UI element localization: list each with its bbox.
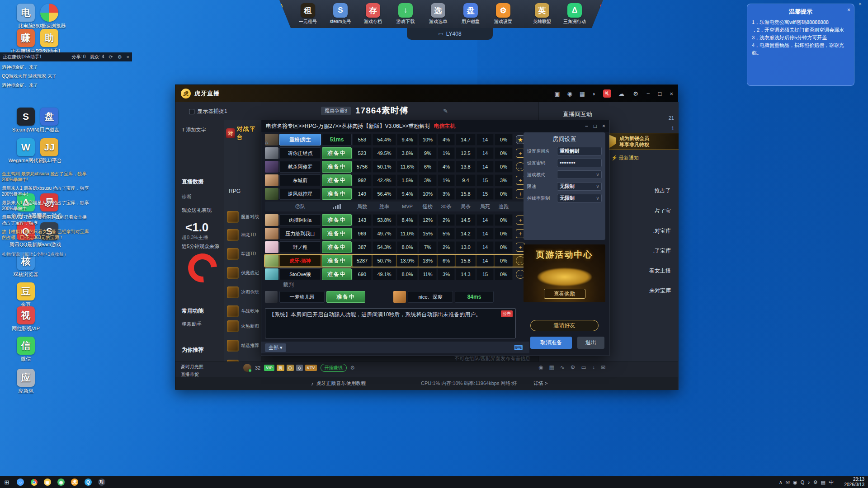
field-input[interactable]: 无限制∨ [557, 182, 602, 191]
system-message-box[interactable]: 【系统】本房间已开启自动踢人功能，进房间满10秒后，系统将自动踢出未准备的用户。… [265, 308, 516, 338]
player-row[interactable]: ⌂ StoOve狼 准备中 690 49.1% 8.0% 11% 3% 14.3… [265, 268, 529, 280]
start-button[interactable]: ⊞ [0, 477, 14, 487]
sidebar-game-item[interactable]: 这图你玩 [227, 286, 261, 298]
tray-icon[interactable]: ♪ [807, 479, 810, 485]
platform-icon[interactable]: 对 [95, 477, 108, 487]
gear-icon[interactable]: ⚙ [633, 90, 638, 97]
toolbar-item[interactable]: 租 一元租号 [295, 3, 321, 25]
exit-button[interactable]: 退出 [577, 337, 604, 349]
sidebar-game-item[interactable]: 斗战乾坤 [227, 305, 261, 317]
close-icon[interactable]: × [127, 54, 129, 60]
record-icon[interactable]: ◉ [567, 90, 572, 97]
tray-icon[interactable]: 中 [829, 479, 834, 486]
toolbar-item[interactable]: 盘 用户磁盘 [458, 3, 484, 25]
capture-mini-window[interactable]: 正在赚钱中55助手1 分享: 0 观众: 4 ⟳ ⚙ × [0, 52, 132, 61]
bottom-tool-icon[interactable]: ◉ [538, 364, 543, 371]
player-row[interactable]: ⌂ 虎牙-酒神 准备中 5287 50.7% 13.9% 13% 6% 15.8… [265, 255, 529, 267]
maximize-button[interactable]: □ [658, 90, 662, 97]
desktop-icon[interactable]: 助 游戏助手1 [30, 29, 69, 55]
capture-source[interactable]: 显示器捕捉1 [189, 108, 227, 115]
player-row[interactable]: ⌂ 肉搏阿同a 准备中 143 53.8% 8.4% 12% 2% 14.5 1… [265, 214, 529, 226]
maximize-button[interactable]: □ [594, 123, 597, 129]
desktop-icon[interactable]: 360极速浏览器 [30, 4, 69, 29]
desktop-icon[interactable]: 视 网红影视VIP [6, 306, 45, 332]
player-row[interactable]: ⌂ 东城蔚 准备中 992 42.4% 1.5% 3% 1% 9.4 15 3%… [265, 174, 529, 186]
gear-icon[interactable]: ⚙ [350, 365, 355, 371]
bottom-tool-icon[interactable]: ↓ [592, 364, 595, 371]
view-rewards-button[interactable]: 查看奖励 [544, 289, 585, 299]
bottom-tool-icon[interactable]: ▭ [581, 364, 586, 371]
toolbar-item[interactable]: 选 游戏选单 [425, 3, 451, 25]
earn-toggle[interactable]: 开播赚钱 [321, 364, 347, 372]
player-row[interactable]: ⌂ 请你正经点 准备中 523 49.5% 3.8% 9% 1% 12.5 14… [265, 147, 529, 159]
toolbar-item[interactable]: ✈ 火箭加速器 [230, 3, 256, 25]
close-button[interactable]: × [602, 123, 605, 129]
player-row[interactable]: ⌂ 重粉|房主 51ms 553 54.4% 9.4% 10% 4% 14.7 … [265, 134, 529, 145]
danmu-helper-item[interactable]: 弹幕助手 [182, 321, 202, 328]
bell-icon[interactable]: ◗ [592, 90, 596, 97]
toolbar-item[interactable]: 陪 游戏陪玩 [262, 3, 288, 25]
tray-icon[interactable]: Q [801, 479, 805, 485]
tray-icon[interactable]: ▤ [821, 479, 826, 485]
browser360-icon[interactable]: ◉ [54, 477, 68, 487]
gift-icon[interactable]: 礼 [603, 89, 611, 98]
tray-icon[interactable]: ✉ [786, 479, 790, 485]
sidebar-game-item[interactable]: 精选推荐 [227, 340, 261, 352]
gear-icon[interactable]: ⚙ [118, 54, 122, 60]
bottom-tool-icon[interactable]: ⚙ [571, 364, 576, 371]
bottom-tool-icon[interactable]: ▦ [549, 364, 554, 371]
checkbox[interactable] [189, 109, 194, 114]
desktop-icon[interactable]: 信 微信 [6, 337, 45, 362]
toolbar-item[interactable]: ↓ 游戏下载 [392, 3, 419, 25]
close-icon[interactable]: × [859, 1, 862, 7]
player-row[interactable]: ⌂ 压力给到我口 准备中 969 49.7% 11.0% 15% 5% 14.2… [265, 228, 529, 239]
toolbar-item[interactable]: 英 英雄联盟 [529, 3, 555, 25]
field-input[interactable]: 无限制∨ [557, 194, 602, 202]
bottom-tool-icon[interactable]: ∿ [560, 364, 565, 371]
close-button[interactable]: × [670, 90, 673, 97]
edit-icon[interactable]: ✎ [443, 108, 448, 114]
toolbar-item[interactable]: ⚙ 游戏设置 [490, 3, 516, 25]
toolbar-item[interactable]: V 无畏契约 [594, 3, 620, 25]
sidebar-game-item[interactable]: 军团TD [227, 248, 261, 260]
taskbar-clock[interactable]: 23:13 2026/3/13 [844, 477, 865, 488]
bottom-tool-icon[interactable]: ✉ [601, 364, 605, 371]
field-input[interactable]: 重粉解封 [557, 147, 602, 155]
music-tip[interactable]: ♪ 虎牙正版音乐使用教程 [311, 380, 366, 387]
add-text-tool[interactable]: T 添加文字 [182, 127, 206, 133]
tab-diagnosis[interactable]: 诊断 [182, 193, 192, 200]
toolbar-item[interactable]: S steam免号 [327, 3, 354, 25]
toolbar-item[interactable]: Δ 三角洲行动 [561, 3, 588, 25]
player-row[interactable]: ⌂ 野ノ稚 准备中 387 54.3% 8.0% 7% 2% 13.0 14 0… [265, 241, 529, 253]
tray-icon[interactable]: ◉ [793, 479, 797, 485]
explorer-icon[interactable]: ▣ [41, 477, 54, 487]
activity-banner[interactable]: 页游活动中心 查看奖励 [524, 244, 605, 302]
screenshot-icon[interactable]: ▣ [554, 90, 560, 97]
search-icon[interactable]: ○ [14, 477, 27, 487]
tray-icon[interactable]: ⚙ [813, 479, 818, 485]
gallery-icon[interactable]: ▦ [580, 90, 585, 97]
refresh-icon[interactable]: ⟳ [108, 54, 113, 60]
cloud-icon[interactable]: ☁ [618, 90, 624, 97]
huya-icon[interactable]: 虎 [68, 477, 81, 487]
player-row[interactable]: ⌂ 弑杀阿修罗 准备中 5756 50.1% 11.6% 6% 4% 13.8 … [265, 161, 529, 173]
desktop-icon[interactable]: 盘 用户磁盘 [30, 108, 69, 133]
cancel-ready-button[interactable]: 取消准备 [530, 337, 572, 349]
sidebar-game-item[interactable]: 神龙TD [227, 229, 261, 241]
sidebar-game-item[interactable]: 魔兽对战 [227, 211, 261, 223]
filter-dropdown[interactable]: 全部 ▾ [265, 343, 286, 352]
device-pill[interactable]: ▭ LY408 [407, 28, 493, 40]
tray-icon[interactable]: ∧ [779, 479, 783, 485]
sidebar-game-item[interactable]: 伏魔战记 [227, 267, 261, 279]
field-input[interactable]: ∨ [557, 170, 602, 179]
chrome-icon[interactable] [27, 477, 41, 487]
streamer-name-item[interactable]: 豪时月光照 [181, 364, 203, 370]
details-link[interactable]: 详情 > [533, 380, 547, 387]
toolbar-item[interactable]: AI AI助手 [627, 3, 653, 25]
desktop-icon[interactable]: JJ 下载JJ平台 [30, 138, 69, 164]
toolbar-item[interactable]: 存 游戏存档 [360, 3, 386, 25]
minimize-button[interactable]: − [646, 90, 650, 97]
sidebar-game-item[interactable]: 火热新图 [227, 320, 261, 332]
desktop-icon[interactable]: 应 应急包 [6, 369, 45, 394]
bottom-left-items[interactable]: 豪时月光照 直播带货 [181, 364, 203, 378]
